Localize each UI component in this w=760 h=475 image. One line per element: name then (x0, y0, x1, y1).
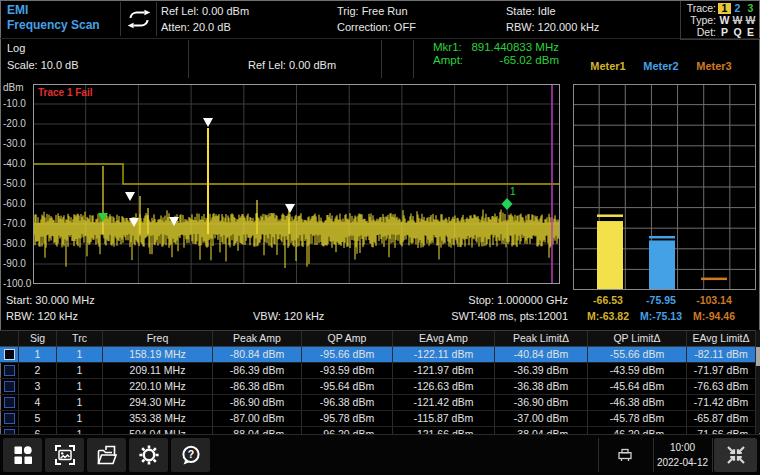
table-row[interactable]: 61504.04 MHz-88.04 dBm-96.20 dBm-121.66 … (0, 427, 756, 434)
table-cell: -87.00 dBm (213, 411, 302, 426)
table-cell: 6 (19, 427, 57, 434)
table-row[interactable]: 31220.10 MHz-86.38 dBm-95.64 dBm-126.63 … (0, 379, 756, 395)
state-rbw-readout: State: Idle RBW: 120.000 kHz (506, 3, 599, 35)
table-row[interactable]: 51353.38 MHz-87.00 dBm-95.78 dBm-115.87 … (0, 411, 756, 427)
save-button[interactable] (87, 438, 126, 472)
table-header-cell: Trc (57, 331, 103, 346)
row-checkbox[interactable] (4, 349, 15, 360)
divider (188, 40, 189, 78)
y-axis-labels: dBm -10.0-20.0-30.0-40.0-50.0-60.0-70.0-… (3, 84, 32, 290)
meter1-max: M:-63.82 (585, 310, 631, 322)
divider (598, 438, 599, 472)
marker-frequency: 891.440833 MHz (471, 41, 559, 54)
row-checkbox-cell (0, 411, 19, 426)
table-header-cell: QP Amp (302, 331, 393, 346)
meter1-label[interactable]: Meter1 (585, 60, 631, 72)
scrollbar-thumb[interactable] (756, 347, 760, 366)
y-axis-tick-label: -90.0 (3, 258, 26, 269)
mode-title: EMI Frequency Scan (7, 3, 100, 33)
meter-bars-chart (573, 84, 756, 290)
table-cell: -45.64 dBm (588, 379, 687, 394)
marker1-number: 1 (510, 186, 516, 197)
top-status-bar: EMI Frequency Scan Ref Lel: 0.00 dBm Att… (0, 0, 760, 39)
meter3-label[interactable]: Meter3 (691, 60, 737, 72)
table-cell: 5 (19, 411, 57, 426)
meter2-label[interactable]: Meter2 (638, 60, 684, 72)
table-cell: -36.39 dBm (495, 363, 588, 378)
table-cell: -36.38 dBm (495, 379, 588, 394)
trace-2-indicator[interactable]: 2 (731, 3, 744, 14)
table-cell: 1 (19, 347, 57, 362)
correction-text: Correction: OFF (337, 19, 416, 35)
meter3-max: M:-94.46 (691, 310, 737, 322)
time-text: 10:00 (653, 440, 712, 455)
table-cell: 294.30 MHz (103, 395, 213, 410)
trace-3-indicator[interactable]: 3 (744, 3, 757, 14)
meter1-value: -66.53 (585, 294, 631, 306)
marker-name: Mkr1: (433, 41, 462, 54)
meter-bar (649, 240, 675, 290)
vbw-footer: VBW: 120 kHz (253, 310, 324, 323)
row-checkbox-cell (0, 395, 19, 410)
table-header-cell: EAvg LimitΔ (687, 331, 756, 346)
table-cell: 4 (19, 395, 57, 410)
screenshot-button[interactable] (45, 438, 84, 472)
help-icon: ? (180, 444, 202, 466)
rbw-text: RBW: 120.000 kHz (506, 19, 599, 35)
stop-frequency: Stop: 1.000000 GHz (430, 294, 568, 307)
emi-receiver-screen: EMI Frequency Scan Ref Lel: 0.00 dBm Att… (0, 0, 760, 475)
trace-3-type: W (744, 15, 757, 26)
trace-fail-flag: Trace 1 Fail (38, 87, 92, 98)
settings-button[interactable] (129, 438, 168, 472)
table-header-cell: Peak Amp (213, 331, 302, 346)
table-cell: -71.66 dBm (687, 427, 756, 434)
table-cell: -96.20 dBm (302, 427, 393, 434)
trace-1-indicator[interactable]: 1 (718, 3, 731, 14)
y-axis-tick-label: -100.0 (3, 278, 31, 289)
table-cell: -80.84 dBm (213, 347, 302, 362)
y-axis-tick-label: -20.0 (3, 118, 26, 129)
mode-line2: Frequency Scan (7, 18, 100, 33)
table-cell: -95.64 dBm (302, 379, 393, 394)
row-checkbox-cell (0, 347, 19, 362)
row-checkbox[interactable] (4, 381, 15, 392)
trace-2-detector: Q (731, 27, 744, 38)
table-cell: -38.04 dBm (495, 427, 588, 434)
apps-menu-icon (13, 445, 33, 465)
row-checkbox[interactable] (4, 397, 15, 408)
bottom-toolbar: ? 10:00 2022-04-12 (0, 434, 760, 475)
divider (156, 2, 157, 36)
table-row[interactable]: 11158.19 MHz-80.84 dBm-95.66 dBm-122.11 … (0, 347, 756, 363)
meter-maxhold-tick (649, 236, 675, 239)
meter2-value: -75.95 (638, 294, 684, 306)
table-cell: -71.42 dBm (687, 395, 756, 410)
table-header-cell: Freq (103, 331, 213, 346)
trace-1-type: W (718, 15, 731, 26)
table-row[interactable]: 21209.11 MHz-86.39 dBm-93.59 dBm-121.97 … (0, 363, 756, 379)
table-cell: -82.11 dBm (687, 347, 756, 362)
table-cell: -43.59 dBm (588, 363, 687, 378)
table-header-cell: EAvg Amp (393, 331, 495, 346)
trace-row-label: Trace: (687, 2, 716, 14)
table-row[interactable]: 41294.30 MHz-86.90 dBm-96.38 dBm-121.42 … (0, 395, 756, 411)
table-cell: 1 (57, 411, 103, 426)
table-header-checkbox-col (0, 331, 19, 346)
table-cell: 209.11 MHz (103, 363, 213, 378)
apps-menu-button[interactable] (3, 438, 42, 472)
help-button[interactable]: ? (171, 438, 210, 472)
y-axis-tick-label: -10.0 (3, 98, 26, 109)
collapse-view-button[interactable] (714, 438, 757, 472)
clock[interactable]: 10:00 2022-04-12 (653, 440, 712, 470)
printer-status-icon (617, 448, 633, 463)
screenshot-icon (54, 444, 76, 466)
continuous-sweep-icon[interactable] (125, 9, 153, 29)
table-cell: -126.63 dBm (393, 379, 495, 394)
table-header-row: SigTrcFreqPeak AmpQP AmpEAvg AmpPeak Lim… (0, 331, 756, 347)
table-scrollbar (756, 330, 760, 433)
table-cell: -65.87 dBm (687, 411, 756, 426)
row-checkbox[interactable] (4, 365, 15, 376)
save-file-icon (96, 444, 118, 466)
divider (712, 438, 713, 472)
row-checkbox[interactable] (4, 413, 15, 424)
trace-status-panel: Trace: 1 2 3 Type: W W W Det: P Q E (680, 1, 759, 40)
